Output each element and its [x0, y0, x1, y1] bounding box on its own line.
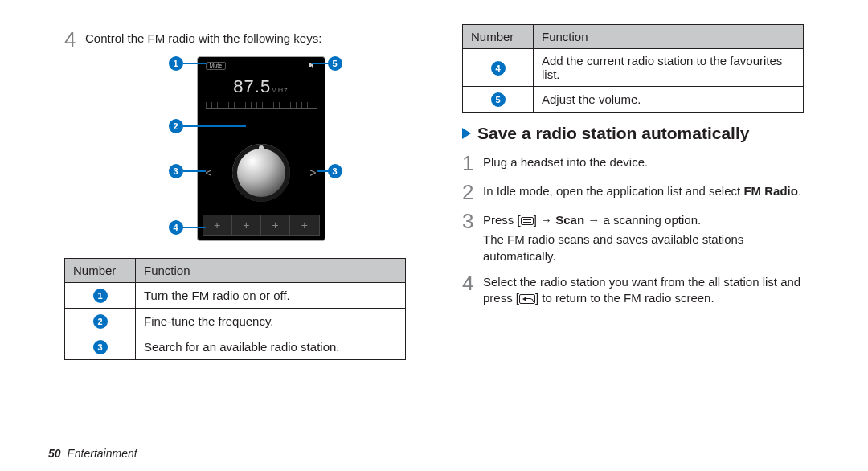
function-table-left: Number Function 1 Turn the FM radio on o… — [64, 258, 406, 360]
step-text: Plug a headset into the device. — [483, 151, 804, 170]
table-row: 4 Add the current radio station to the f… — [463, 49, 804, 87]
preset-slot: + — [232, 215, 261, 235]
step-subtext: The FM radio scans and saves available s… — [483, 231, 804, 264]
preset-row: + + + + — [203, 215, 320, 236]
callout-3-left: 3 — [169, 164, 183, 178]
section-heading: Save a radio station automatically — [462, 124, 804, 143]
step-number: 1 — [462, 151, 483, 174]
step-number: 2 — [462, 180, 483, 203]
cell-function: Fine-tune the frequency. — [136, 309, 406, 334]
frequency-unit: MHz — [271, 86, 289, 94]
cell-function: Search for an available radio station. — [136, 334, 406, 360]
cell-number: 2 — [65, 309, 136, 334]
table-row: 2 Fine-tune the frequency. — [65, 309, 406, 334]
preset-slot: + — [203, 215, 232, 235]
cell-function: Adjust the volume. — [534, 87, 804, 113]
step-text: Control the FM radio with the following … — [85, 27, 406, 47]
table-row: 3 Search for an available radio station. — [65, 334, 406, 360]
table-row: 1 Turn the FM radio on or off. — [65, 283, 406, 309]
frequency-display: 87.5MHz — [198, 76, 325, 97]
section-name: Entertainment — [67, 447, 137, 460]
bullet-number: 3 — [93, 340, 108, 354]
bullet-number: 4 — [491, 61, 506, 76]
callout-3-right: 3 — [328, 164, 342, 178]
callout-5: 5 — [328, 56, 342, 71]
next-station-icon: > — [309, 166, 316, 179]
callout-lead — [183, 125, 246, 127]
bullet-number: 1 — [93, 289, 108, 303]
cell-number: 5 — [463, 87, 534, 113]
cell-function: Add the current radio station to the fav… — [534, 49, 804, 87]
cell-number: 4 — [463, 49, 534, 87]
col-function: Function — [136, 259, 406, 283]
step-text: Select the radio station you want from t… — [483, 271, 804, 307]
step-3: 3 Press [] → Scan → a scanning option. T… — [462, 209, 804, 264]
callout-lead — [183, 227, 206, 228]
step-1: 1 Plug a headset into the device. — [462, 151, 804, 174]
callout-lead — [183, 63, 207, 64]
page-number: 50 — [48, 447, 61, 460]
function-table-right: Number Function 4 Add the current radio … — [462, 24, 804, 113]
phone-topbar: Mute — [206, 62, 317, 72]
text-fragment: In Idle mode, open the application list … — [483, 184, 743, 198]
frequency-value: 87.5 — [233, 76, 271, 96]
col-number: Number — [463, 25, 534, 49]
menu-icon — [521, 217, 534, 225]
text-fragment: Press [ — [483, 213, 521, 227]
cell-function: Turn the FM radio on or off. — [136, 283, 406, 309]
frequency-scale — [206, 102, 317, 109]
text-fragment: . — [798, 184, 801, 198]
mute-button: Mute — [206, 62, 227, 70]
step-text: Press [] → Scan → a scanning option. The… — [483, 209, 804, 264]
step-number: 4 — [64, 27, 85, 50]
cell-number: 3 — [65, 334, 136, 360]
step-number: 4 — [462, 271, 483, 293]
table-row: 5 Adjust the volume. — [463, 87, 804, 113]
cell-number: 1 — [65, 283, 136, 309]
text-fragment: → a scanning option. — [584, 213, 701, 227]
callout-4: 4 — [169, 220, 183, 235]
text-fragment: ] to return to the FM radio screen. — [535, 291, 714, 305]
callout-lead — [183, 170, 206, 172]
fm-radio-diagram: Mute 87.5MHz < > + + + + — [131, 56, 340, 245]
preset-slot: + — [290, 215, 318, 235]
page-footer: 50 Entertainment — [48, 447, 137, 460]
table-header-row: Number Function — [463, 25, 804, 49]
bold-text: FM Radio — [743, 184, 798, 198]
step-4-control: 4 Control the FM radio with the followin… — [64, 27, 406, 50]
step-number: 3 — [462, 209, 483, 231]
col-function: Function — [534, 25, 804, 49]
step-4: 4 Select the radio station you want from… — [462, 271, 804, 307]
step-text: In Idle mode, open the application list … — [483, 180, 804, 199]
back-icon — [519, 294, 535, 304]
step-2: 2 In Idle mode, open the application lis… — [462, 180, 804, 203]
section-title: Save a radio station automatically — [477, 124, 749, 143]
bullet-number: 5 — [491, 92, 506, 107]
dial-row: < > — [206, 144, 317, 202]
chevron-right-icon — [462, 128, 471, 139]
bold-text: Scan — [555, 213, 584, 227]
preset-slot: + — [261, 215, 290, 235]
callout-2: 2 — [169, 119, 183, 133]
table-header-row: Number Function — [65, 259, 406, 283]
callout-1: 1 — [169, 56, 183, 71]
bullet-number: 2 — [93, 314, 108, 329]
prev-station-icon: < — [206, 166, 212, 179]
phone-mock: Mute 87.5MHz < > + + + + — [197, 56, 326, 241]
text-fragment: ] → — [534, 213, 556, 227]
callout-lead — [312, 63, 330, 64]
tuning-dial — [232, 144, 290, 202]
col-number: Number — [65, 259, 136, 283]
